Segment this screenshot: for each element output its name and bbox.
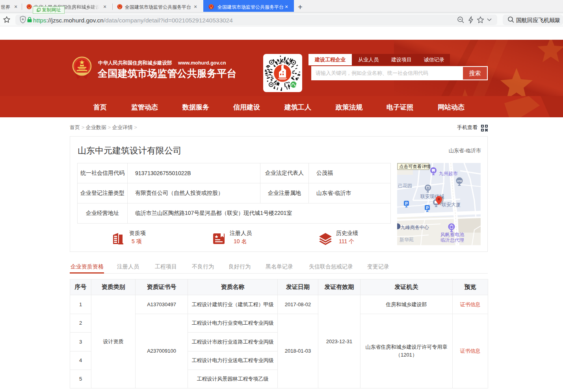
svg-text:联安大厦: 联安大厦 (441, 202, 461, 207)
svg-text:己花园: 己花园 (398, 183, 412, 189)
svg-text:P: P (405, 202, 408, 206)
svg-text:ATM: ATM (457, 180, 462, 182)
svg-text:临沂总代理: 临沂总代理 (440, 237, 464, 243)
svg-text:新华苑: 新华苑 (399, 237, 414, 242)
svg-text:九峰商务中心: 九峰商务中心 (401, 225, 429, 230)
svg-text:点击可查看详情: 点击可查看详情 (399, 164, 431, 169)
svg-text:九州超市: 九州超市 (439, 171, 458, 176)
svg-text:风帆蓄电池: 风帆蓄电池 (440, 232, 465, 237)
svg-text:P: P (426, 206, 429, 210)
